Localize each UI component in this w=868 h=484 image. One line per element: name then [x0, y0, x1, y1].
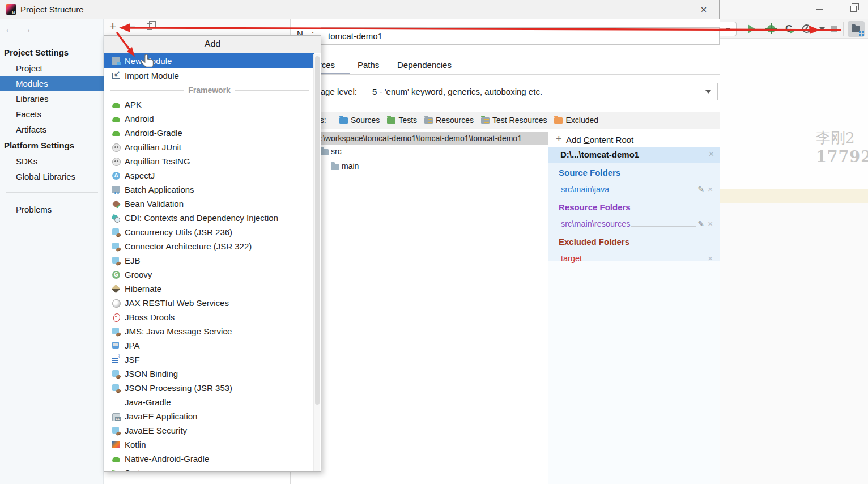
- framework-item-connector-architecture-jsr-322[interactable]: Connector Architecture (JSR 322): [104, 239, 314, 253]
- framework-item-java-gradle[interactable]: Java-Gradle: [104, 395, 314, 409]
- framework-item-apk[interactable]: APK: [104, 97, 314, 112]
- content-root-block: D:\...\tomcat-demo1 × Source Folderssrc\…: [548, 147, 720, 261]
- framework-item-android[interactable]: Android: [104, 112, 314, 126]
- sidebar-item-facets[interactable]: Facets: [0, 107, 104, 122]
- framework-item-javaee-security[interactable]: JavaEE Security: [104, 423, 314, 438]
- android-icon: [112, 455, 121, 464]
- remove-module-button[interactable]: −: [129, 20, 135, 32]
- module-name-input[interactable]: [321, 27, 720, 45]
- menu-item-label: Import Module: [125, 71, 179, 80]
- framework-item-android-gradle[interactable]: Android-Gradle: [104, 126, 314, 140]
- editor-lower-area: [720, 203, 868, 484]
- close-icon[interactable]: ×: [697, 3, 710, 16]
- folder-entry-target[interactable]: target×: [561, 249, 714, 263]
- forward-icon[interactable]: →: [22, 24, 40, 35]
- remove-root-icon[interactable]: ×: [709, 149, 714, 159]
- framework-item-jax-restful-web-services[interactable]: JAX RESTful Web Services: [104, 296, 314, 310]
- framework-item-javaee-application[interactable]: JavaEE Application: [104, 409, 314, 423]
- folder-entry-src-main-resources[interactable]: src\main\resources✎×: [561, 215, 714, 228]
- tree-label: main: [342, 162, 359, 171]
- folder-icon: [331, 164, 339, 170]
- tree-row-src[interactable]: src: [291, 145, 548, 160]
- mark-as-test-resources[interactable]: Test Resources: [481, 116, 547, 125]
- framework-separator: Framework: [104, 83, 314, 97]
- remove-folder-icon[interactable]: ×: [708, 184, 713, 194]
- sidebar-item-artifacts[interactable]: Artifacts: [0, 122, 104, 137]
- framework-item-concurrency-utils-jsr-236[interactable]: Concurrency Utils (JSR 236): [104, 225, 314, 239]
- framework-item-label: Groovy: [125, 270, 152, 279]
- menu-item-import-module[interactable]: Import Module: [104, 68, 314, 83]
- language-level-select[interactable]: 5 - 'enum' keyword, generics, autoboxing…: [365, 83, 718, 100]
- tab-dependencies[interactable]: Dependencies: [397, 60, 452, 70]
- jpa-icon: [112, 341, 121, 350]
- pencil-icon[interactable]: ✎: [698, 185, 705, 194]
- menu-item-new-module[interactable]: New Module: [104, 53, 314, 68]
- framework-item-bean-validation[interactable]: Bean Validation: [104, 197, 314, 211]
- mark-as-sources[interactable]: Sources: [339, 116, 380, 125]
- dropdown-icon[interactable]: [819, 27, 825, 31]
- framework-item-jboss-drools[interactable]: JBoss Drools: [104, 310, 314, 324]
- framework-item-json-binding[interactable]: JSON Binding: [104, 367, 314, 381]
- pencil-icon[interactable]: ✎: [698, 219, 705, 228]
- content-root-item[interactable]: D:\...\tomcat-demo1 ×: [548, 147, 720, 163]
- sidebar-item-libraries[interactable]: Libraries: [0, 91, 104, 107]
- framework-item-jpa[interactable]: JPA: [104, 338, 314, 353]
- sidebar-item-global-libraries[interactable]: Global Libraries: [0, 169, 104, 184]
- source-folder-icon: [339, 117, 348, 124]
- framework-item-arquillian-testng[interactable]: Arquillian TestNG: [104, 154, 314, 168]
- copy-icon[interactable]: [147, 23, 152, 30]
- remove-folder-icon[interactable]: ×: [708, 219, 713, 228]
- framework-item-aspectj[interactable]: AspectJ: [104, 168, 314, 182]
- run-configuration-combo[interactable]: [720, 22, 737, 36]
- mark-as-excluded[interactable]: Excluded: [554, 116, 598, 125]
- javaee-bean-icon: [112, 256, 121, 265]
- sidebar-header-project-settings: Project Settings: [0, 44, 104, 61]
- mark-as-resources[interactable]: Resources: [424, 116, 474, 125]
- sidebar-item-sdks[interactable]: SDKs: [0, 154, 104, 169]
- restore-icon[interactable]: [850, 6, 857, 12]
- arquillian-icon: [112, 143, 121, 152]
- framework-item-batch-applications[interactable]: Batch Applications: [104, 182, 314, 197]
- framework-item-groovy[interactable]: Groovy: [104, 268, 314, 282]
- scrollbar-thumb[interactable]: [315, 56, 320, 405]
- tab-paths[interactable]: Paths: [358, 60, 379, 70]
- group-title-resource-folders: Resource Folders: [548, 197, 720, 214]
- project-structure-button[interactable]: [848, 21, 865, 37]
- folder-entry-src-main-java[interactable]: src\main\java✎×: [561, 180, 714, 194]
- framework-item-kotlin[interactable]: Kotlin: [104, 438, 314, 452]
- coverage-icon[interactable]: C: [785, 23, 792, 35]
- sidebar-item-modules[interactable]: Modules: [0, 76, 104, 91]
- tree-row-main[interactable]: ›main: [291, 160, 548, 175]
- framework-item-spring[interactable]: Spring: [104, 466, 314, 472]
- framework-item-hibernate[interactable]: Hibernate: [104, 282, 314, 296]
- test-resource-folder-icon: [481, 117, 490, 124]
- menu-item-label: New Module: [125, 56, 172, 66]
- back-icon[interactable]: ←: [5, 24, 22, 35]
- add-popup: Add New Module Import Module Framework A…: [104, 35, 321, 472]
- sidebar-item-project[interactable]: Project: [0, 61, 104, 76]
- debug-icon[interactable]: [767, 25, 775, 32]
- popup-scrollbar[interactable]: [313, 54, 320, 471]
- run-icon[interactable]: [748, 24, 755, 33]
- cdi-icon: [112, 214, 121, 223]
- mark-as-button-label: Test Resources: [492, 116, 547, 125]
- framework-item-native-android-gradle[interactable]: Native-Android-Gradle: [104, 452, 314, 466]
- framework-item-label: APK: [125, 100, 142, 109]
- framework-item-jms-java-message-service[interactable]: JMS: Java Message Service: [104, 324, 314, 338]
- mark-as-tests[interactable]: Tests: [387, 116, 417, 125]
- bean-validation-icon: [112, 199, 121, 209]
- framework-item-ejb[interactable]: EJB: [104, 253, 314, 268]
- profiler-icon[interactable]: [802, 24, 811, 33]
- framework-item-cdi-contexts-and-dependency-injection[interactable]: CDI: Contexts and Dependency Injection: [104, 211, 314, 225]
- content-root-path-bar[interactable]: D:\workspace\tomcat-demo1\tomcat-demo1\t…: [291, 132, 548, 145]
- add-module-button[interactable]: +: [109, 19, 116, 33]
- remove-folder-icon[interactable]: ×: [708, 253, 713, 263]
- framework-item-arquillian-junit[interactable]: Arquillian JUnit: [104, 140, 314, 154]
- minimize-icon[interactable]: [816, 9, 823, 10]
- framework-item-json-processing-jsr-353[interactable]: JSON Processing (JSR 353): [104, 381, 314, 395]
- tree-label: src: [331, 147, 342, 156]
- add-content-root-row[interactable]: + Add Content Root: [548, 132, 720, 147]
- screen: { "accent_colors": { "selection_blue": "…: [0, 0, 868, 484]
- sidebar-item-problems[interactable]: Problems: [0, 202, 104, 217]
- framework-item-jsf[interactable]: JSF: [104, 353, 314, 367]
